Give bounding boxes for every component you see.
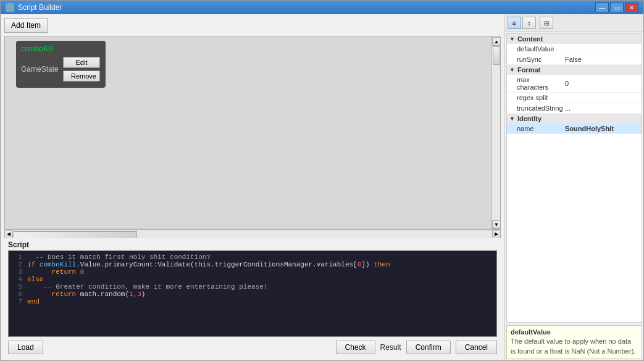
scroll-thumb-v[interactable]: [493, 46, 500, 65]
collapse-icon-format: ▼: [509, 67, 515, 73]
script-editor[interactable]: 1 -- Does it match first Holy shit condi…: [8, 250, 497, 337]
title-bar: Script Builder — ▭ ✕: [1, 1, 643, 14]
canvas-row: comboKill GameState Edit Remove: [4, 36, 501, 229]
prop-name-defaultvalue: defaultValue: [507, 44, 562, 54]
remove-button[interactable]: Remove: [63, 70, 100, 82]
group-content-header[interactable]: ▼ Content: [507, 34, 642, 44]
close-button[interactable]: ✕: [625, 2, 638, 12]
scroll-left-button[interactable]: ◀: [4, 230, 13, 239]
scroll-track-v: [492, 46, 500, 220]
edit-button[interactable]: Edit: [63, 57, 100, 68]
desc-text: The default value to apply when no data …: [511, 337, 638, 356]
prop-value-maxchars: 0: [562, 79, 642, 88]
prop-value-runsync: False: [562, 54, 642, 64]
combo-buttons: Edit Remove: [63, 57, 100, 82]
scroll-track-h: [13, 231, 492, 238]
canvas-scrollbar-horizontal[interactable]: ◀ ▶: [4, 229, 501, 238]
group-content-label: Content: [517, 35, 543, 43]
script-line-4: 4 else: [12, 276, 493, 283]
line-num-2: 2: [12, 261, 22, 268]
prop-value-defaultvalue: [562, 48, 642, 50]
script-line-1: 1 -- Does it match first Holy shit condi…: [12, 253, 493, 261]
script-line-6: 6 return math.random(1,3): [12, 291, 493, 298]
description-box: defaultValue The default value to apply …: [506, 325, 642, 359]
group-identity-header[interactable]: ▼ Identity: [507, 114, 642, 124]
line-num-4: 4: [12, 276, 22, 283]
prop-name-maxchars: max characters: [507, 75, 562, 92]
prop-row-regexsplit[interactable]: regex split: [507, 93, 642, 103]
app-icon: [6, 3, 14, 12]
prop-value-truncated: ...: [562, 103, 642, 113]
prop-row-defaultvalue[interactable]: defaultValue: [507, 44, 642, 54]
props-tree: ▼ Content defaultValue runSync False ▼ F…: [506, 33, 642, 323]
confirm-button[interactable]: Confirm: [406, 341, 451, 354]
window-title: Script Builder: [18, 3, 595, 12]
canvas-scrollbar-vertical[interactable]: ▲ ▼: [491, 37, 500, 229]
cancel-button[interactable]: Cancel: [456, 341, 497, 354]
prop-row-maxchars[interactable]: max characters 0: [507, 75, 642, 93]
prop-name-runsync: runSync: [507, 54, 562, 64]
prop-value-name: SoundHolyShit: [562, 124, 642, 134]
prop-row-truncatedstring[interactable]: truncatedString ...: [507, 103, 642, 114]
canvas-container: comboKill GameState Edit Remove: [4, 36, 501, 238]
collapse-icon: ▼: [509, 36, 515, 42]
right-panel: ≡ ↕ ⊟ ▼ Content defaultValue runSync Fal…: [504, 14, 643, 360]
prop-row-name[interactable]: name SoundHolyShit: [507, 124, 642, 134]
sort-button[interactable]: ↕: [522, 17, 536, 29]
scroll-up-button[interactable]: ▲: [492, 37, 501, 46]
result-label: Result: [380, 343, 401, 352]
bottom-left: Load: [8, 341, 43, 354]
check-button[interactable]: Check: [336, 341, 375, 354]
canvas-area: comboKill GameState Edit Remove: [4, 36, 501, 229]
collapse-icon-identity: ▼: [509, 116, 515, 122]
main-window: Script Builder — ▭ ✕ Add Item comboKill: [0, 0, 644, 361]
props-view-button[interactable]: ≡: [508, 17, 521, 29]
scroll-thumb-h[interactable]: [14, 231, 137, 239]
scroll-down-button[interactable]: ▼: [492, 220, 501, 229]
line-num-7: 7: [12, 298, 22, 305]
add-item-button[interactable]: Add Item: [4, 18, 48, 33]
line-num-3: 3: [12, 268, 22, 276]
left-panel: Add Item comboKill GameState Edit: [1, 14, 504, 360]
script-label: Script: [8, 240, 497, 249]
group-identity-label: Identity: [517, 115, 542, 122]
line-num-5: 5: [12, 283, 22, 291]
main-content: Add Item comboKill GameState Edit: [1, 14, 643, 360]
maximize-button[interactable]: ▭: [610, 2, 624, 12]
desc-title: defaultValue: [511, 328, 638, 336]
combo-block: comboKill GameState Edit Remove: [16, 41, 106, 88]
right-toolbar: ≡ ↕ ⊟: [505, 14, 643, 32]
line-num-6: 6: [12, 291, 22, 298]
script-line-2: 2 if comboKill.Value.primaryCount:Valida…: [12, 261, 493, 268]
combo-label: comboKill: [21, 45, 101, 53]
script-line-5: 5 -- Greater condition, make it more ent…: [12, 283, 493, 291]
script-section: Script 1 -- Does it match first Holy shi…: [4, 238, 501, 337]
group-format-header[interactable]: ▼ Format: [507, 65, 642, 75]
window-controls: — ▭ ✕: [595, 2, 638, 12]
line-num-1: 1: [12, 253, 22, 261]
bottom-right: Check Result Confirm Cancel: [336, 341, 497, 354]
load-button[interactable]: Load: [8, 341, 43, 354]
scroll-right-button[interactable]: ▶: [492, 230, 501, 239]
prop-name-name: name: [507, 124, 562, 134]
minimize-button[interactable]: —: [595, 2, 609, 12]
toolbar: Add Item: [4, 18, 501, 33]
script-line-3: 3 return 0: [12, 268, 493, 276]
filter-button[interactable]: ⊟: [540, 17, 553, 29]
prop-name-truncated: truncatedString: [507, 103, 562, 113]
prop-row-runsync[interactable]: runSync False: [507, 54, 642, 65]
bottom-bar: Load Check Result Confirm Cancel: [4, 337, 501, 357]
combo-state-label: GameState: [21, 65, 58, 74]
prop-value-regexsplit: [562, 96, 642, 99]
script-line-7: 7 end: [12, 298, 493, 305]
combo-row: GameState Edit Remove: [21, 57, 101, 82]
prop-name-regexsplit: regex split: [507, 93, 562, 103]
group-format-label: Format: [517, 66, 540, 74]
